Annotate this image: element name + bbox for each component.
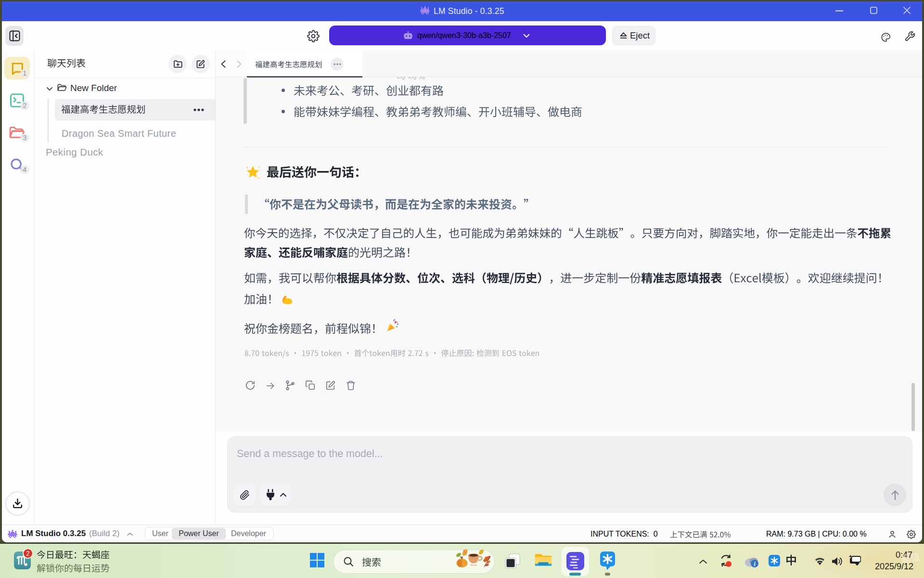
- svg-text:i: i: [754, 560, 756, 567]
